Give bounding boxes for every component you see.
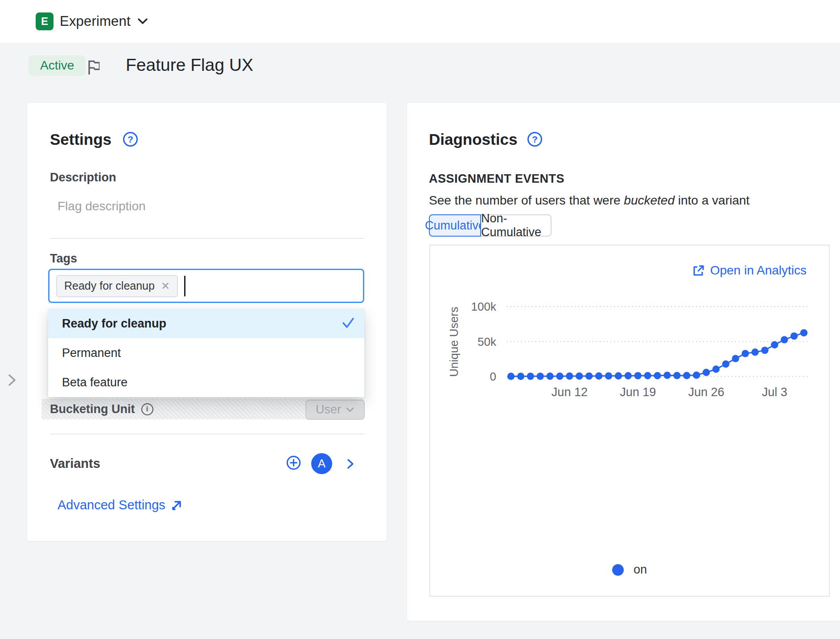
tab-cumulative[interactable]: Cumulative (429, 214, 481, 237)
assignment-chart-panel: Open in Analytics 100k50k0Unique UsersJu… (429, 245, 830, 597)
status-badge: Active (29, 55, 86, 76)
assignment-events-title: ASSIGNMENT EVENTS (429, 172, 564, 186)
svg-text:Jun 19: Jun 19 (620, 385, 656, 399)
svg-text:100k: 100k (471, 300, 497, 313)
info-icon[interactable]: i (141, 403, 153, 415)
flag-icon (85, 57, 103, 76)
remove-tag-icon[interactable]: ✕ (161, 281, 170, 291)
legend-label: on (634, 563, 647, 577)
page-title: Feature Flag UX (126, 55, 253, 75)
tag-chip[interactable]: Ready for cleanup✕ (56, 275, 178, 297)
bucketing-label: Bucketing Unit (50, 402, 135, 416)
divider (50, 238, 364, 239)
settings-heading: Settings (50, 131, 111, 148)
dropdown-option-label: Beta feature (62, 376, 128, 389)
svg-text:Jul 3: Jul 3 (762, 385, 787, 399)
advanced-settings-link[interactable]: Advanced Settings (58, 498, 183, 512)
svg-text:Unique Users: Unique Users (447, 307, 461, 377)
tag-chip-label: Ready for cleanup (64, 279, 155, 292)
diagonal-arrow-icon (170, 499, 183, 512)
sidebar-expand-chevron-icon[interactable] (5, 373, 19, 388)
tab-non-cumulative[interactable]: Non-Cumulative (481, 214, 552, 237)
app-switcher[interactable]: E Experiment (36, 12, 148, 30)
assignment-chart: 100k50k0Unique UsersJun 12Jun 19Jun 26Ju… (430, 246, 829, 596)
app-name: Experiment (60, 13, 131, 29)
settings-help-icon[interactable]: ? (123, 132, 138, 147)
add-variant-button[interactable] (286, 455, 301, 470)
diagnostics-card: Diagnostics ? ASSIGNMENT EVENTS See the … (407, 103, 840, 621)
tags-input[interactable]: Ready for cleanup✕ (48, 269, 364, 303)
dropdown-option[interactable]: Permanent (48, 338, 364, 368)
diagnostics-heading: Diagnostics (429, 131, 517, 148)
divider (50, 434, 364, 434)
dropdown-option[interactable]: Beta feature (48, 368, 364, 397)
svg-text:Jun 12: Jun 12 (552, 385, 588, 399)
svg-text:50k: 50k (478, 335, 497, 348)
diagnostics-help-icon[interactable]: ? (527, 132, 542, 147)
chevron-down-icon (346, 407, 354, 413)
svg-text:0: 0 (490, 370, 496, 383)
legend-dot-icon (612, 564, 624, 576)
advanced-settings-label: Advanced Settings (58, 498, 165, 512)
variants-expand-chevron-icon[interactable] (346, 458, 355, 470)
cumulative-toggle: Cumulative Non-Cumulative (429, 214, 552, 237)
settings-card: Settings ? Description Flag description … (27, 103, 387, 541)
app-logo-badge: E (36, 12, 54, 30)
description-label: Description (50, 171, 116, 184)
check-icon (341, 317, 355, 329)
assignment-events-subtitle: See the number of users that were bucket… (429, 193, 749, 208)
legend-item-on[interactable]: on (430, 563, 829, 577)
chevron-down-icon (137, 17, 148, 25)
top-bar: E Experiment (0, 0, 840, 43)
svg-text:Jun 26: Jun 26 (688, 385, 724, 399)
variant-a-badge[interactable]: A (311, 453, 332, 474)
text-caret (184, 276, 185, 296)
variants-label: Variants (50, 456, 100, 471)
tags-label: Tags (50, 252, 77, 266)
dropdown-option-label: Permanent (62, 346, 121, 360)
description-input[interactable]: Flag description (58, 199, 146, 213)
tags-dropdown: Ready for cleanupPermanentBeta feature (48, 309, 364, 397)
dropdown-option-label: Ready for cleanup (62, 317, 166, 331)
bucketing-unit-value: User (316, 403, 341, 417)
page: E Experiment Active Feature Flag UX Sett… (0, 0, 840, 639)
dropdown-option[interactable]: Ready for cleanup (48, 309, 364, 338)
bucketing-unit-select[interactable]: User (305, 400, 365, 420)
